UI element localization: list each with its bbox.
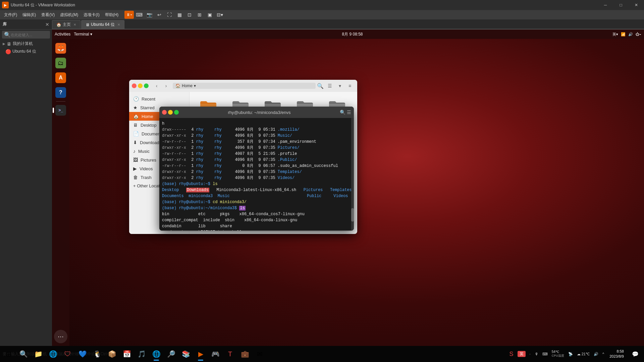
tab-ubuntu[interactable]: 🖥 Ubuntu 64 位 ✕ bbox=[81, 20, 124, 29]
dock-icon-firefox[interactable]: 🦊 bbox=[54, 42, 67, 55]
taskbar-music-button[interactable]: 🎵 bbox=[134, 347, 149, 361]
taskbar-penguin-button[interactable]: 🐧 bbox=[90, 347, 105, 361]
tree-item-ubuntu[interactable]: 🔴 Ubuntu 64 位 bbox=[0, 48, 52, 55]
terminal-minimize-button[interactable] bbox=[168, 110, 173, 115]
panel-search[interactable]: 🔍 bbox=[2, 31, 50, 39]
fm-forward-button[interactable]: › bbox=[162, 82, 170, 90]
taskbar-edge-button[interactable]: 🌐 bbox=[149, 347, 164, 361]
language-indicator[interactable]: 英▾ bbox=[612, 32, 618, 37]
dock-icon-files[interactable]: 🗂 bbox=[54, 56, 67, 70]
power-icon: ⏻▾ bbox=[636, 32, 641, 36]
taskbar-explorer-button[interactable]: 📁 bbox=[31, 347, 46, 361]
fm-close-button[interactable] bbox=[132, 83, 137, 88]
tab-home-close[interactable]: ✕ bbox=[73, 23, 76, 26]
terminal-body[interactable]: h drwx------ 4 rhy rhy 4096 8月 9 05:31 .… bbox=[159, 118, 354, 231]
tab-home[interactable]: 🏠 主页 ✕ bbox=[52, 20, 80, 29]
terminal-line: drwx------ 4 rhy rhy 4096 8月 9 05:31 .mo… bbox=[162, 127, 351, 133]
vmware-minimize-button[interactable]: ─ bbox=[598, 0, 613, 10]
terminal-line: -rw-r--r-- 1 rhy rhy 4007 8月 5 21:05 .pr… bbox=[162, 151, 351, 157]
fm-maximize-button[interactable] bbox=[144, 83, 149, 88]
toolbar-send-keys-button[interactable]: ⌨ bbox=[135, 11, 144, 19]
current-app-name: Terminal ▾ bbox=[74, 32, 92, 37]
taskbar-game-button[interactable]: 🎮 bbox=[208, 347, 223, 361]
toolbar-display-button[interactable]: ⊟▾ bbox=[215, 11, 224, 19]
tray-arrow-button[interactable]: ^ bbox=[601, 352, 605, 356]
weather-icon: ☁ bbox=[577, 352, 581, 356]
dock-icon-terminal[interactable]: >_ bbox=[54, 104, 67, 117]
fm-minimize-button[interactable] bbox=[138, 83, 143, 88]
tab-ubuntu-close[interactable]: ✕ bbox=[117, 23, 120, 26]
keyboard-icon[interactable]: ⌨ bbox=[541, 352, 549, 356]
taskbar-docs-button[interactable]: 📚 bbox=[178, 347, 193, 361]
s-icon: S bbox=[509, 351, 514, 357]
taskbar-mail2-button[interactable]: ✉ bbox=[252, 347, 267, 361]
terminal-scrollbar[interactable] bbox=[351, 118, 354, 231]
menu-vm[interactable]: 虚拟机(M) bbox=[57, 10, 81, 19]
keyboard-layout-indicator[interactable]: · bbox=[528, 352, 532, 356]
toolbar-pause-button[interactable]: ⏸▾ bbox=[124, 11, 134, 19]
toolbar-fit-button[interactable]: ⊡ bbox=[185, 11, 194, 19]
toolbar-snapshot-button[interactable]: 📷 bbox=[145, 11, 154, 19]
toolbar-revert-button[interactable]: ↩ bbox=[155, 11, 164, 19]
taskbar-clock[interactable]: 8:58 2023/8/9 bbox=[607, 349, 627, 359]
terminal-line: Desktop Downloads Miniconda3-latest-Linu… bbox=[162, 187, 351, 193]
search-input[interactable] bbox=[11, 33, 48, 37]
taskbar-start-button[interactable]: ⊞ bbox=[1, 347, 16, 361]
terminal-search-button[interactable]: 🔍 bbox=[340, 110, 345, 115]
terminal-maximize-button[interactable] bbox=[174, 110, 179, 115]
panel-close-button[interactable]: ✕ bbox=[45, 22, 49, 27]
notification-center-button[interactable]: 💬 bbox=[628, 347, 643, 361]
network-icon[interactable]: 📡 bbox=[567, 352, 574, 356]
terminal-close-button[interactable] bbox=[162, 110, 167, 115]
ime-s-indicator[interactable]: S bbox=[508, 351, 515, 358]
ime-label: 英 bbox=[518, 351, 526, 357]
activities-button[interactable]: Activities bbox=[55, 32, 70, 37]
fm-search-button[interactable]: 🔍 bbox=[316, 81, 325, 90]
dock-show-apps-button[interactable]: ⋯ bbox=[54, 330, 67, 343]
home-icon: 🏠 bbox=[133, 114, 139, 119]
fm-menu-button[interactable]: ≡ bbox=[345, 81, 355, 90]
toolbar-unity-button[interactable]: ▦ bbox=[175, 11, 184, 19]
menu-file[interactable]: 文件(F) bbox=[1, 10, 20, 19]
terminal-line: h bbox=[162, 121, 351, 127]
terminal-scrollbar-thumb[interactable] bbox=[351, 208, 354, 222]
taskbar-search2-button[interactable]: 🔎 bbox=[164, 347, 178, 361]
vmware-close-button[interactable]: ✕ bbox=[629, 0, 644, 10]
taskbar-vscode-button[interactable]: 💙 bbox=[75, 347, 90, 361]
taskbar-calendar-button[interactable]: 📅 bbox=[119, 347, 134, 361]
terminal-window: rhy@ubuntu: ~/miniconda3/envs 🔍 ☰ h drwx… bbox=[159, 107, 354, 231]
taskbar-vmware-button[interactable]: ▶ bbox=[193, 347, 208, 361]
menu-tabs[interactable]: 选项卡(I) bbox=[81, 10, 102, 19]
taskbar-browser-button[interactable]: 🌐 bbox=[46, 347, 60, 361]
volume-icon[interactable]: 🔊 bbox=[592, 352, 600, 356]
dock-icon-help[interactable]: ? bbox=[54, 86, 67, 99]
menu-edit[interactable]: 编辑(E) bbox=[20, 10, 39, 19]
fm-grid-view-button[interactable]: ▾ bbox=[335, 81, 344, 90]
tree-item-my-computer[interactable]: ▶ 🖥 我的计算机 bbox=[0, 40, 52, 48]
toolbar-stretch-button[interactable]: ⊞ bbox=[195, 11, 204, 19]
fm-location-bar[interactable]: 🏠 Home ▾ bbox=[173, 83, 316, 89]
taskbar-work-button[interactable]: 💼 bbox=[237, 347, 252, 361]
search2-icon: 🔎 bbox=[167, 350, 175, 358]
vmware-maximize-button[interactable]: □ bbox=[613, 0, 629, 10]
microphone-icon[interactable]: 🎙 bbox=[533, 352, 540, 356]
taskbar-text-button[interactable]: T bbox=[223, 347, 237, 361]
fm-list-view-button[interactable]: ☰ bbox=[325, 81, 334, 90]
game-icon: 🎮 bbox=[211, 350, 220, 358]
dock-icon-software[interactable]: A bbox=[54, 71, 67, 84]
toolbar-fullscreen-button[interactable]: ⛶ bbox=[165, 11, 174, 19]
taskbar-mail-button[interactable]: 🛡 bbox=[60, 347, 75, 361]
sidebar-item-recent[interactable]: 🕐 Recent bbox=[129, 95, 189, 103]
taskbar-store-button[interactable]: 📦 bbox=[105, 347, 119, 361]
fm-back-button[interactable]: ‹ bbox=[153, 82, 161, 90]
taskbar-search-button[interactable]: 🔍 bbox=[16, 347, 31, 361]
menu-view[interactable]: 查看(V) bbox=[39, 10, 57, 19]
clock-date: 2023/8/9 bbox=[609, 354, 624, 359]
notification-icon: 💬 bbox=[632, 351, 639, 357]
vmware-titlebar: ▶ Ubuntu 64 位 - VMware Workstation ─ □ ✕ bbox=[0, 0, 644, 10]
toolbar-console-button[interactable]: ▣ bbox=[205, 11, 214, 19]
menu-help[interactable]: 帮助(H) bbox=[102, 10, 121, 19]
terminal-menu-button[interactable]: ☰ bbox=[347, 110, 351, 115]
ime-indicator[interactable]: 英 bbox=[516, 351, 527, 357]
terminal-line-prompt: (base) rhy@ubuntu:~$ ls bbox=[162, 181, 351, 187]
